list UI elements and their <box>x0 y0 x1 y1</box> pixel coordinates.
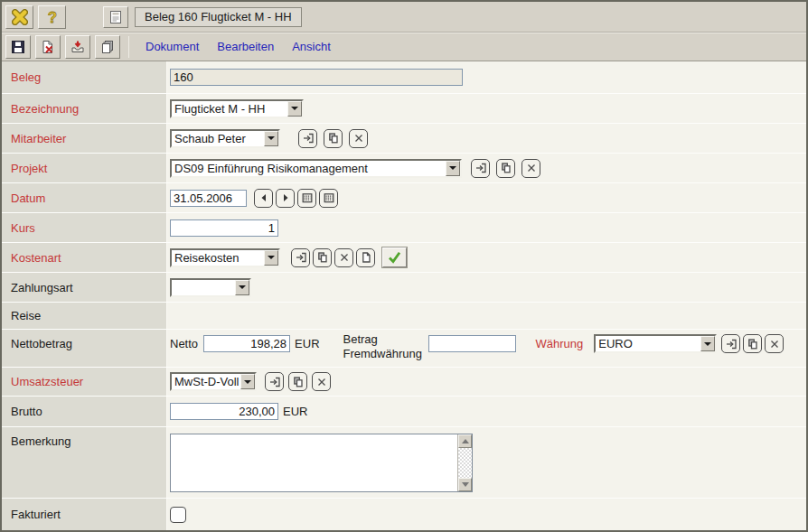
copy-icon <box>747 339 758 350</box>
umsatzsteuer-copy-button[interactable] <box>288 372 307 391</box>
datum-next-button[interactable] <box>276 189 295 208</box>
import-button[interactable] <box>65 35 90 59</box>
projekt-copy-button[interactable] <box>496 159 515 178</box>
delete-button[interactable] <box>35 35 61 59</box>
chevron-down-icon <box>244 380 251 384</box>
fakturiert-checkbox[interactable] <box>170 507 186 523</box>
import-icon <box>70 40 85 54</box>
datum-prev-button[interactable] <box>254 189 273 208</box>
kurs-input[interactable] <box>170 219 278 237</box>
save-button[interactable] <box>5 35 31 59</box>
kostenart-copy-button[interactable] <box>313 248 332 267</box>
copy-icon <box>328 133 339 144</box>
netto-unit: EUR <box>295 337 319 350</box>
copy-button[interactable] <box>95 35 120 59</box>
kostenart-confirm-button[interactable] <box>382 247 407 267</box>
menu-dokument[interactable]: Dokument <box>146 40 199 53</box>
bemerkung-label: Bemerkung <box>11 434 70 448</box>
clear-icon <box>316 377 327 387</box>
umsatzsteuer-open-button[interactable] <box>265 372 284 391</box>
open-icon <box>726 339 737 350</box>
bemerkung-input[interactable] <box>171 434 456 491</box>
netto-input[interactable] <box>203 335 290 352</box>
waehrung-select-value: EURO <box>596 336 700 351</box>
copy-icon <box>501 163 512 173</box>
row-datum: Datum <box>2 183 806 213</box>
mitarbeiter-copy-button[interactable] <box>324 129 343 148</box>
kostenart-new-button[interactable] <box>356 248 375 267</box>
brutto-label: Brutto <box>11 405 42 418</box>
waehrung-copy-button[interactable] <box>743 334 762 353</box>
toolbar-separator <box>128 36 129 58</box>
clear-icon <box>526 163 537 173</box>
beleg-input[interactable] <box>170 69 463 86</box>
chevron-down-icon <box>449 166 456 170</box>
projekt-label: Projekt <box>11 162 47 175</box>
help-icon: ? <box>44 9 61 25</box>
umsatzsteuer-clear-button[interactable] <box>312 372 331 391</box>
copy-icon <box>293 377 304 387</box>
scroll-down-button[interactable] <box>458 478 472 491</box>
mitarbeiter-dropdown-button[interactable] <box>264 131 278 146</box>
page-title-text: Beleg 160 Flugticket M - HH <box>145 10 292 23</box>
kostenart-open-button[interactable] <box>291 248 310 267</box>
menu-ansicht[interactable]: Ansicht <box>292 40 331 53</box>
bemerkung-field <box>170 434 473 492</box>
row-projekt: Projekt DS09 Einführung Risikomanagement <box>2 154 806 183</box>
copy-icon <box>100 40 115 54</box>
arrow-down-icon <box>462 482 469 487</box>
close-icon <box>12 9 28 25</box>
scroll-up-button[interactable] <box>458 434 472 448</box>
umsatzsteuer-dropdown-button[interactable] <box>240 374 255 389</box>
row-nettobetrag: Nettobetrag Netto EUR Betrag Fremdwährun… <box>2 330 806 368</box>
kostenart-select[interactable]: Reisekosten <box>170 248 280 267</box>
datum-input[interactable] <box>170 190 247 207</box>
zahlungsart-dropdown-button[interactable] <box>235 280 249 295</box>
bezeichnung-select[interactable]: Flugticket M - HH <box>170 99 304 118</box>
datum-label: Datum <box>11 191 45 205</box>
help-button[interactable]: ? <box>38 5 66 29</box>
mitarbeiter-open-button[interactable] <box>298 129 317 148</box>
datum-calendar-button[interactable] <box>297 189 316 208</box>
waehrung-select[interactable]: EURO <box>594 334 717 353</box>
clear-icon <box>339 252 350 263</box>
title-toolbar: ? Beleg 160 Flugticket M - HH <box>2 2 806 32</box>
kostenart-dropdown-button[interactable] <box>264 250 278 266</box>
scrollbar-track[interactable] <box>458 448 472 478</box>
umsatzsteuer-select[interactable]: MwSt-D-Voll <box>170 372 257 391</box>
prev-icon <box>258 192 269 203</box>
waehrung-clear-button[interactable] <box>765 334 784 353</box>
mitarbeiter-select[interactable]: Schaub Peter <box>170 129 280 148</box>
beleg-label: Beleg <box>11 70 41 84</box>
form-button[interactable] <box>103 6 128 28</box>
waehrung-open-button[interactable] <box>721 334 740 353</box>
fremdwaehrung-input[interactable] <box>428 335 516 352</box>
clear-icon <box>769 339 780 350</box>
kostenart-select-value: Reisekosten <box>172 250 264 266</box>
projekt-open-button[interactable] <box>471 159 490 178</box>
netto-label: Netto <box>170 337 198 350</box>
row-beleg: Beleg <box>2 61 806 94</box>
zahlungsart-label: Zahlungsart <box>11 281 73 294</box>
bezeichnung-select-value: Flugticket M - HH <box>172 101 287 117</box>
projekt-select[interactable]: DS09 Einführung Risikomanagement <box>170 159 462 178</box>
kostenart-clear-button[interactable] <box>334 248 353 267</box>
mitarbeiter-clear-button[interactable] <box>349 129 368 148</box>
calendar-icon <box>302 192 313 203</box>
chevron-down-icon <box>239 285 246 289</box>
datum-calendar-range-button[interactable] <box>319 189 338 208</box>
brutto-input[interactable] <box>170 403 278 420</box>
kostenart-label: Kostenart <box>11 251 61 265</box>
projekt-dropdown-button[interactable] <box>446 161 460 176</box>
waehrung-dropdown-button[interactable] <box>700 336 715 351</box>
close-button[interactable] <box>5 5 33 29</box>
zahlungsart-select[interactable] <box>170 278 251 297</box>
bezeichnung-dropdown-button[interactable] <box>287 101 302 117</box>
mitarbeiter-select-value: Schaub Peter <box>172 131 264 146</box>
save-icon <box>11 40 25 54</box>
projekt-clear-button[interactable] <box>521 159 540 178</box>
bemerkung-scrollbar[interactable] <box>457 434 472 491</box>
application-window: ? Beleg 160 Flugticket M - HH <box>0 0 808 532</box>
next-icon <box>280 192 291 203</box>
menu-bearbeiten[interactable]: Bearbeiten <box>217 40 274 53</box>
